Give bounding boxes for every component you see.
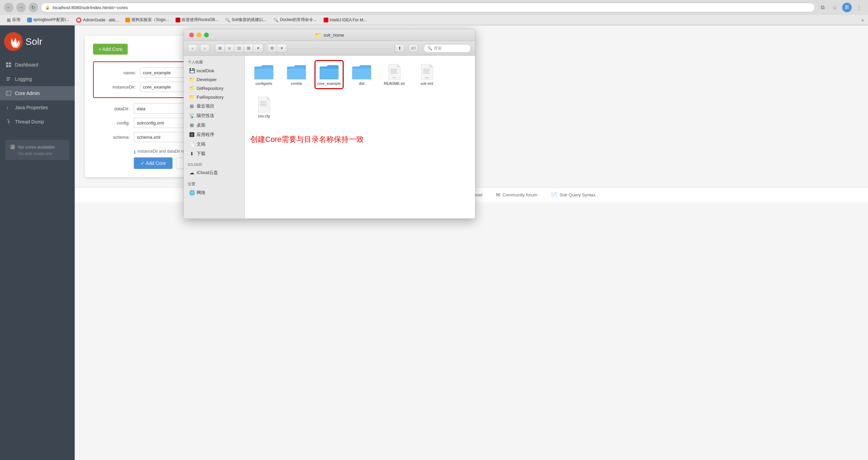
finder-maximize-button[interactable] <box>204 33 209 37</box>
finder-sidebar-item-airdrop[interactable]: 📡 隔空投送 <box>185 111 243 120</box>
finder-sidebar-item-recent-projects[interactable]: ⊞ 最近项目 <box>185 101 243 111</box>
config-label: config: <box>93 120 134 126</box>
finder-sidebar-item-applications[interactable]: 🅰 应用程序 <box>185 130 243 139</box>
refresh-button[interactable]: ↻ <box>29 3 38 12</box>
zoocfg-label: zoo.cfg <box>258 114 270 118</box>
bookmarks-bar: ⊞ 应用 springboot中配置t... ⭕ AdminGuide · al… <box>0 15 868 25</box>
finder-window-buttons <box>189 33 209 37</box>
bookmark-solr-cluster-label: Solr集群的搭建以... <box>232 17 267 23</box>
sidebar-item-thread-dump[interactable]: Thread Dump <box>0 115 75 129</box>
finder-action-gear-button[interactable]: ⚙ <box>268 44 277 52</box>
finder-sidebar-section-locations: 位置 🌐 网络 <box>184 180 245 197</box>
finder-item-readme[interactable]: TXT README.txt <box>381 61 408 88</box>
icloud-drive-icon: ☁ <box>189 170 195 175</box>
bookmark-rocksdb[interactable]: 欢迎使用RocksDB... <box>173 16 221 23</box>
contrib-label: contrib <box>291 81 302 85</box>
svg-rect-8 <box>6 91 11 95</box>
finder-sidebar-item-desktop[interactable]: ⊞ 桌面 <box>185 120 243 130</box>
developer-folder-icon: 📁 <box>189 77 195 82</box>
finder-minimize-button[interactable] <box>197 33 201 37</box>
finder-close-button[interactable] <box>189 33 194 37</box>
info-icon: ℹ <box>134 149 135 155</box>
bookmarks-overflow[interactable]: » <box>861 17 864 23</box>
footer-solr-query-syntax[interactable]: 📄 Solr Query Syntax <box>551 192 596 198</box>
finder-sidebar-item-network[interactable]: 🌐 网络 <box>185 188 243 197</box>
solrxml-label: solr.xml <box>420 81 433 85</box>
finder-item-core-example[interactable]: core_example <box>315 61 343 88</box>
finder-item-configsets[interactable]: configsets <box>250 61 277 88</box>
sidebar-nav: Dashboard Logging Core Admin J Java Prop… <box>0 58 75 460</box>
bookmark-adminguide[interactable]: ⭕ AdminGuide · alib... <box>73 17 121 23</box>
svg-rect-20 <box>423 72 429 72</box>
finder-sidebar-item-gitrepository[interactable]: 📁 GitRepository <box>185 84 243 93</box>
footer-community-forum[interactable]: ✉ Community forum <box>496 192 537 198</box>
finder-tags-button[interactable]: 🏷 <box>409 44 418 52</box>
finder-back-button[interactable]: ‹ <box>188 44 197 52</box>
finder-view-icon-button[interactable]: ⊞ <box>215 44 225 52</box>
add-core-submit-button[interactable]: ✓ Add Core <box>134 157 173 169</box>
finder-share-button[interactable]: ⬆ <box>395 44 404 52</box>
configsets-label: configsets <box>255 81 272 85</box>
sidebar-item-core-admin[interactable]: Core Admin <box>0 86 75 100</box>
logo-text: Solr <box>25 36 42 47</box>
finder-sidebar-item-localdisk[interactable]: 💾 localDisk <box>185 66 243 75</box>
icloud-drive-label: iCloud云盘 <box>197 170 218 176</box>
bookmark-button[interactable]: ☆ <box>830 3 839 12</box>
cast-button[interactable]: ⧉ <box>818 3 827 12</box>
sidebar-item-logging[interactable]: Logging <box>0 72 75 86</box>
browser-chrome: ← → ↻ 🔒 localhost:8080/solr/index.html#/… <box>0 0 868 25</box>
content-inner: + Add Core name: instanceDir: dataDir: <box>75 25 868 187</box>
profile-button[interactable]: 新 <box>842 3 852 12</box>
back-button[interactable]: ← <box>4 3 14 12</box>
finder-sidebar-section-icloud: iCloud ☁ iCloud云盘 <box>184 161 245 177</box>
finder-search[interactable]: 🔍 搜索 <box>423 44 471 53</box>
bookmark-solr-cluster[interactable]: 🔍 Solr集群的搭建以... <box>222 16 269 23</box>
finder-view-gallery-button[interactable]: ⊠ <box>244 44 253 52</box>
finder-sidebar-item-icloud-drive[interactable]: ☁ iCloud云盘 <box>185 168 243 177</box>
finder-sidebar-item-documents[interactable]: 📄 文稿 <box>185 139 243 149</box>
svg-rect-7 <box>6 80 9 81</box>
finder-view-columns-button[interactable]: ⊟ <box>234 44 244 52</box>
finder-sidebar-item-downloads[interactable]: ⬇ 下载 <box>185 149 243 158</box>
finder-item-dist[interactable]: dist <box>348 61 375 88</box>
schema-label: schema: <box>93 135 134 140</box>
bookmark-springboot-label: springboot中配置t... <box>33 17 69 23</box>
finder-item-zoocfg[interactable]: zoo.cfg <box>250 94 277 121</box>
finder-sidebar-item-developer[interactable]: 📁 Developer <box>185 75 243 84</box>
finder-view-list-button[interactable]: ≡ <box>225 44 234 52</box>
downloads-icon: ⬇ <box>189 151 195 156</box>
finder-item-contrib[interactable]: contrib <box>283 61 310 88</box>
bookmark-sogo[interactable]: 搜狗实验室（Sogo... <box>123 16 171 23</box>
add-core-submit-label: ✓ Add Core <box>141 160 166 166</box>
airdrop-label: 隔空投送 <box>197 113 214 119</box>
bookmark-apps[interactable]: ⊞ 应用 <box>4 16 23 23</box>
finder-view-dropdown-button[interactable]: ▾ <box>253 44 263 52</box>
configsets-folder-icon <box>254 64 274 80</box>
sidebar-item-dashboard[interactable]: Dashboard <box>0 58 75 72</box>
svg-rect-2 <box>9 62 11 64</box>
logging-label: Logging <box>15 76 32 82</box>
airdrop-icon: 📡 <box>189 113 195 118</box>
readme-label: README.txt <box>384 81 405 85</box>
address-bar[interactable]: 🔒 localhost:8080/solr/index.html#/~cores <box>41 3 815 12</box>
menu-button[interactable]: ⋮ <box>854 3 864 12</box>
zoocfg-file-icon <box>254 96 274 113</box>
sidebar-item-java-properties[interactable]: J Java Properties <box>0 100 75 115</box>
forward-button[interactable]: → <box>16 3 26 12</box>
add-core-top-button[interactable]: + Add Core <box>93 44 128 55</box>
applications-icon: 🅰 <box>189 132 195 137</box>
svg-rect-3 <box>6 65 8 67</box>
finder-action-dropdown-button[interactable]: ▾ <box>277 44 287 52</box>
thread-dump-label: Thread Dump <box>15 119 44 124</box>
svg-rect-18 <box>423 69 430 69</box>
dist-label: dist <box>359 81 364 85</box>
finder-sidebar-item-fwrepository[interactable]: 📁 FwRepository <box>185 93 243 101</box>
finder-item-solrxml[interactable]: XML solr.xml <box>413 61 440 88</box>
solrxml-file-icon: XML <box>417 64 437 80</box>
core-example-label: core_example <box>317 81 341 85</box>
svg-rect-16 <box>391 73 398 73</box>
bookmark-docker[interactable]: 🔍 Docker的常用命令... <box>271 16 319 23</box>
bookmark-springboot[interactable]: springboot中配置t... <box>24 16 72 23</box>
bookmark-intellij[interactable]: IntelliJ IDEA For M... <box>321 17 369 23</box>
finder-forward-button[interactable]: › <box>200 44 210 52</box>
